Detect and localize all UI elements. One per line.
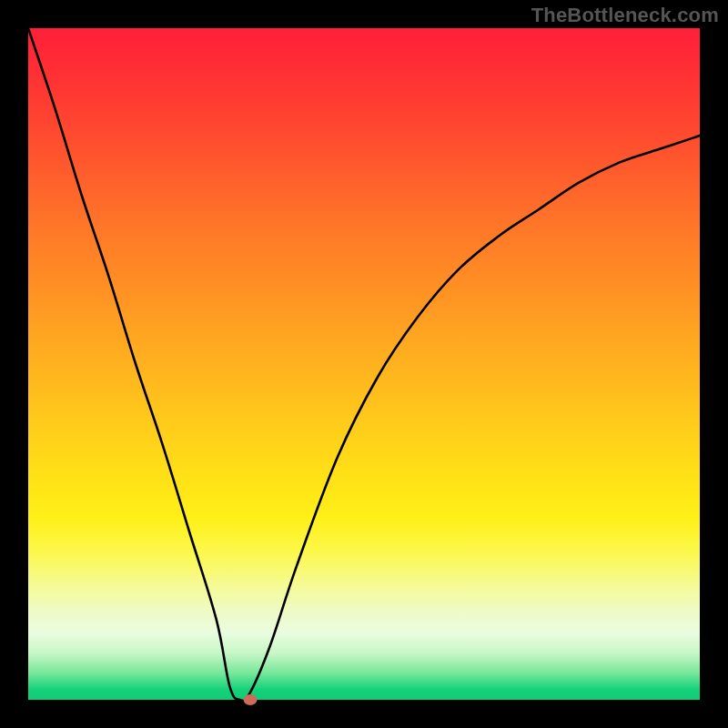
- curve-svg: [28, 28, 700, 700]
- plot-area: [28, 28, 700, 700]
- chart-stage: TheBottleneck.com: [0, 0, 728, 728]
- minimum-marker: [243, 694, 257, 705]
- watermark-text: TheBottleneck.com: [531, 4, 719, 27]
- bottleneck-curve: [28, 28, 700, 700]
